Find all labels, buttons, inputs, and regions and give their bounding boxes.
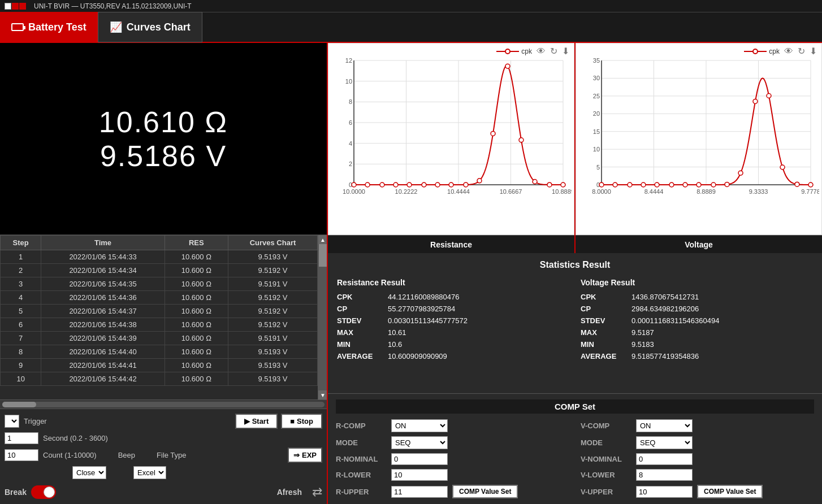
count-input[interactable] xyxy=(5,449,38,461)
voltage-comp: V-COMP ON OFF MODE SEQ AND xyxy=(581,419,814,498)
table-row: 32022/01/06 15:44:3510.600 Ω9.5191 V xyxy=(1,277,318,291)
table-scroll[interactable]: Step Time RES Curves Chart 12022/01/06 1… xyxy=(0,235,318,399)
shuffle-icon[interactable]: ⇄ xyxy=(312,485,322,499)
resistance-canvas xyxy=(328,44,572,207)
table-vscrollbar[interactable]: ▲ ▼ xyxy=(318,235,327,399)
rnominal-input[interactable] xyxy=(391,453,448,465)
cell-chart: 9.5191 V xyxy=(228,332,317,345)
res-cpk-val: 44.121160089880476 xyxy=(388,293,460,301)
vol-max-key: MAX xyxy=(581,328,626,337)
app-title: UNI-T BVIR — UT3550,REV A1.15,02132009,U… xyxy=(34,2,192,10)
cell-chart: 9.5193 V xyxy=(228,250,317,264)
res-cp-row: CP 55.27707983925784 xyxy=(337,305,569,313)
res-cpk-row: CPK 44.121160089880476 xyxy=(337,293,569,301)
rlower-input[interactable] xyxy=(391,469,448,481)
beep-label: Beep xyxy=(118,451,135,459)
second-label: Second (0.2 - 3600) xyxy=(43,434,108,442)
voltage-canvas xyxy=(576,44,819,207)
battery-icon xyxy=(11,23,24,31)
col-chart: Curves Chart xyxy=(228,236,317,250)
cell-chart: 9.5192 V xyxy=(228,291,317,305)
start-button[interactable]: ▶ Start xyxy=(235,414,278,429)
cell-time: 2022/01/06 15:44:36 xyxy=(41,291,165,305)
cell-step: 6 xyxy=(1,318,41,332)
vcomp-select[interactable]: ON OFF xyxy=(636,419,693,432)
vmode-select[interactable]: SEQ AND xyxy=(636,436,693,449)
scroll-up-btn[interactable]: ▲ xyxy=(318,235,327,244)
res-cpk-key: CPK xyxy=(337,293,382,301)
cell-chart: 9.5192 V xyxy=(228,318,317,332)
main-content: 10.610 Ω 9.5186 V Step Time RES Curves C… xyxy=(0,43,822,504)
res-avg-key: AVERAGE xyxy=(337,352,382,360)
scroll-down-btn[interactable]: ▼ xyxy=(318,390,327,399)
col-time: Time xyxy=(41,236,165,250)
eye-icon-resistance[interactable]: 👁 xyxy=(537,46,546,57)
count-label: Count (1-10000) xyxy=(43,451,97,459)
cell-chart: 9.5193 V xyxy=(228,359,317,372)
vlower-input[interactable] xyxy=(636,469,693,481)
stats-panel: Statistics Result Resistance Result CPK … xyxy=(328,253,822,393)
break-toggle[interactable] xyxy=(31,485,56,499)
stop-button[interactable]: ■ Stop xyxy=(281,414,322,429)
rupper-input[interactable] xyxy=(391,486,448,498)
table-row: 52022/01/06 15:44:3710.600 Ω9.5192 V xyxy=(1,305,318,318)
tab-curves-chart[interactable]: 📈 Curves Chart xyxy=(98,12,202,42)
cell-chart: 9.5193 V xyxy=(228,372,317,386)
cell-step: 9 xyxy=(1,359,41,372)
rnominal-label: R-NOMINAL xyxy=(336,455,387,463)
left-panel: 10.610 Ω 9.5186 V Step Time RES Curves C… xyxy=(0,43,328,504)
vcomp-row: V-COMP ON OFF xyxy=(581,419,814,432)
vol-stdev-key: STDEV xyxy=(581,316,626,325)
res-stdev-key: STDEV xyxy=(337,316,382,325)
data-table-area: Step Time RES Curves Chart 12022/01/06 1… xyxy=(0,235,327,409)
second-input[interactable] xyxy=(5,432,38,444)
svg-point-1 xyxy=(505,49,510,54)
trigger-label: Trigger xyxy=(24,417,47,425)
resistance-comp: R-COMP ON OFF MODE SEQ AND xyxy=(336,419,569,498)
res-avg-val: 10.600909090909 xyxy=(388,352,447,360)
tab-bar: Battery Test 📈 Curves Chart xyxy=(0,12,822,43)
vol-cpk-row: CPK 1436.870675412731 xyxy=(581,293,813,301)
titlebar: UNI-T BVIR — UT3550,REV A1.15,02132009,U… xyxy=(0,0,822,12)
hscroll-thumb xyxy=(2,402,36,407)
eye-icon-voltage[interactable]: 👁 xyxy=(784,46,793,57)
cell-step: 5 xyxy=(1,305,41,318)
res-stdev-row: STDEV 0.003015113445777572 xyxy=(337,316,569,325)
rcomp-value-set-button[interactable]: COMP Value Set xyxy=(452,485,518,498)
tab-battery-test[interactable]: Battery Test xyxy=(0,12,98,42)
download-icon-voltage[interactable]: ⬇ xyxy=(810,46,817,57)
rnominal-row: R-NOMINAL xyxy=(336,453,569,465)
cell-step: 4 xyxy=(1,291,41,305)
refresh-icon-voltage[interactable]: ↻ xyxy=(798,46,805,57)
cell-time: 2022/01/06 15:44:37 xyxy=(41,305,165,318)
excel-select[interactable]: Excel xyxy=(133,466,166,479)
rmode-row: MODE SEQ AND xyxy=(336,436,569,449)
beep-close-row: Close Excel xyxy=(5,466,322,479)
stats-title: Statistics Result xyxy=(337,260,813,270)
rmode-select[interactable]: SEQ AND xyxy=(391,436,448,449)
right-panel: cpk 👁 ↻ ⬇ cpk xyxy=(328,43,822,504)
rmode-label: MODE xyxy=(336,438,387,447)
beep-select[interactable]: Close xyxy=(72,466,106,479)
download-icon-resistance[interactable]: ⬇ xyxy=(562,46,569,57)
scroll-thumb xyxy=(319,244,327,267)
resistance-stats: Resistance Result CPK 44.121160089880476… xyxy=(337,278,569,364)
scroll-track xyxy=(318,244,327,390)
cell-step: 3 xyxy=(1,277,41,291)
res-stdev-val: 0.003015113445777572 xyxy=(388,316,468,325)
refresh-icon-resistance[interactable]: ↻ xyxy=(550,46,557,57)
col-res: RES xyxy=(165,236,228,250)
vupper-input[interactable] xyxy=(636,486,693,498)
exp-button[interactable]: ⇒ EXP xyxy=(288,447,322,463)
vol-stdev-val: 0.00011168311546360494 xyxy=(631,316,719,325)
rcomp-select[interactable]: ON OFF xyxy=(391,419,448,432)
table-row: 42022/01/06 15:44:3610.600 Ω9.5192 V xyxy=(1,291,318,305)
trigger-select[interactable] xyxy=(5,415,19,428)
second-row: Second (0.2 - 3600) xyxy=(5,432,322,444)
resistance-display: 10.610 Ω xyxy=(99,105,228,139)
cell-time: 2022/01/06 15:44:42 xyxy=(41,372,165,386)
vcomp-value-set-button[interactable]: COMP Value Set xyxy=(697,485,763,498)
vnominal-input[interactable] xyxy=(636,453,693,465)
table-hscrollbar[interactable] xyxy=(0,399,327,409)
stop-icon: ■ xyxy=(290,417,295,425)
